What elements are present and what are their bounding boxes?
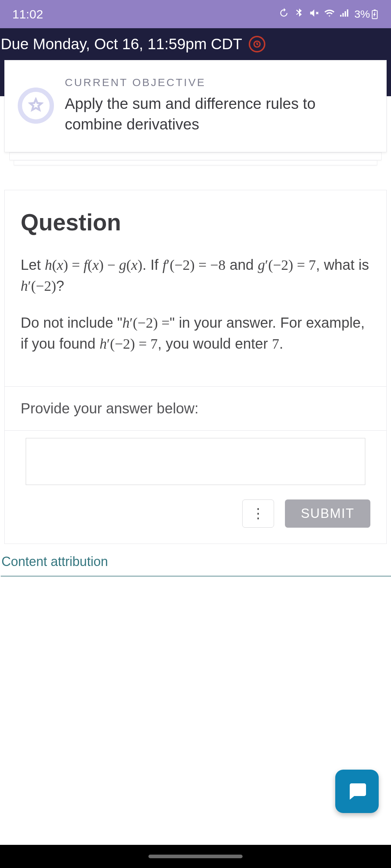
battery-indicator: 3% bbox=[354, 8, 378, 20]
android-nav-bar bbox=[0, 845, 391, 868]
question-instructions: Do not include "h′(−2) =" in your answer… bbox=[21, 312, 370, 354]
card-stack-shadow bbox=[14, 160, 377, 165]
question-heading: Question bbox=[21, 209, 370, 236]
svg-rect-1 bbox=[374, 9, 376, 10]
clock-icon bbox=[249, 36, 265, 52]
question-card: Question Let h(x) = f(x) − g(x). If f′(−… bbox=[4, 190, 387, 544]
due-text: Due Monday, Oct 16, 11:59pm CDT bbox=[1, 35, 242, 53]
status-bar: 11:02 3% bbox=[0, 0, 391, 28]
status-time: 11:02 bbox=[12, 7, 43, 21]
card-stack-shadow bbox=[9, 152, 382, 160]
bluetooth-icon bbox=[294, 8, 304, 21]
question-statement: Let h(x) = f(x) − g(x). If f′(−2) = −8 a… bbox=[21, 255, 370, 297]
chat-icon bbox=[346, 780, 368, 803]
objective-label: CURRENT OBJECTIVE bbox=[65, 76, 373, 89]
rotate-lock-icon bbox=[278, 8, 289, 21]
signal-icon bbox=[339, 8, 350, 21]
answer-label: Provide your answer below: bbox=[5, 387, 386, 430]
objective-title: Apply the sum and difference rules to co… bbox=[65, 94, 373, 135]
objective-card: CURRENT OBJECTIVE Apply the sum and diff… bbox=[4, 60, 387, 152]
chat-button[interactable] bbox=[335, 770, 379, 813]
star-icon bbox=[28, 97, 43, 114]
submit-button[interactable]: SUBMIT bbox=[285, 499, 370, 528]
content-attribution-link[interactable]: Content attribution bbox=[1, 548, 391, 576]
battery-percent: 3% bbox=[354, 8, 370, 20]
nav-pill[interactable] bbox=[148, 855, 243, 858]
wifi-icon bbox=[324, 8, 335, 21]
mute-icon bbox=[309, 8, 320, 21]
more-options-button[interactable]: ⋮ bbox=[242, 499, 274, 528]
answer-input[interactable] bbox=[26, 438, 365, 485]
star-badge bbox=[18, 88, 54, 124]
status-icons: 3% bbox=[278, 8, 378, 21]
